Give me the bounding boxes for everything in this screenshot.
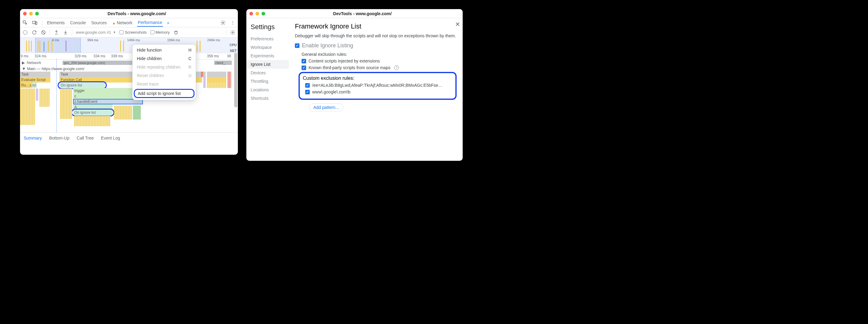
svg-rect-0 bbox=[23, 21, 26, 23]
sidebar-item-devices[interactable]: Devices bbox=[251, 69, 289, 77]
more-tabs-icon[interactable]: » bbox=[167, 20, 169, 25]
gear-icon[interactable] bbox=[220, 20, 226, 26]
main-track-header[interactable]: ▼ Main — https://www.google.com/ bbox=[20, 66, 238, 72]
custom-rule-text: /ee=ALeJib:B8gLwd;AfeaP:TkrAjf;Afksuc:wM… bbox=[312, 83, 443, 88]
ruler-tick: 334 ms bbox=[93, 54, 105, 58]
flame-chart[interactable]: Task Evaluate Script On i…list Ru…s Task… bbox=[20, 72, 238, 132]
custom-rule-checkbox[interactable]: /ee=ALeJib:B8gLwd;AfeaP:TkrAjf;Afksuc:wM… bbox=[305, 83, 452, 88]
custom-rules-highlight: Custom exclusion rules: /ee=ALeJib:B8gLw… bbox=[299, 72, 457, 100]
help-icon[interactable]: ? bbox=[394, 65, 399, 70]
rule-content-scripts-checkbox[interactable]: Content scripts injected by extensions bbox=[302, 59, 457, 63]
sidebar-item-locations[interactable]: Locations bbox=[251, 86, 289, 94]
custom-rule-checkbox[interactable]: www\.google\.com\b bbox=[305, 90, 452, 94]
timeline-overview[interactable]: 4 ms 994 ms 1494 ms 1994 ms 2494 ms CPU … bbox=[20, 38, 238, 53]
flame-stripe[interactable] bbox=[20, 89, 35, 125]
enable-ignore-listing-checkbox[interactable]: Enable Ignore Listing bbox=[295, 42, 457, 49]
flame-bar[interactable] bbox=[207, 77, 226, 83]
tab-performance[interactable]: Performance bbox=[137, 19, 163, 27]
window-title: DevTools - www.google.com/ bbox=[39, 11, 235, 16]
ruler-tick: 36 bbox=[227, 54, 231, 58]
tab-call-tree[interactable]: Call Tree bbox=[77, 136, 94, 140]
flame-stripe[interactable] bbox=[114, 105, 132, 120]
upload-icon[interactable] bbox=[54, 30, 59, 35]
minimize-window-button[interactable] bbox=[255, 12, 259, 15]
flame-bar[interactable] bbox=[227, 72, 231, 88]
close-icon[interactable]: ✕ bbox=[454, 20, 461, 29]
flame-bar[interactable] bbox=[203, 77, 206, 88]
page-description: Debugger will skip through the scripts a… bbox=[295, 33, 457, 38]
overview-tick: 994 ms bbox=[87, 38, 98, 42]
tab-console[interactable]: Console bbox=[69, 19, 86, 26]
sidebar-item-preferences[interactable]: Preferences bbox=[251, 35, 289, 43]
custom-rule-text: www\.google\.com\b bbox=[312, 90, 350, 94]
maximize-window-button[interactable] bbox=[261, 12, 265, 15]
screenshots-checkbox[interactable]: Screenshots bbox=[120, 30, 147, 35]
close-window-button[interactable] bbox=[249, 12, 253, 15]
reload-button[interactable] bbox=[32, 30, 37, 35]
clear-button[interactable] bbox=[41, 30, 46, 35]
sidebar-item-ignore-list[interactable]: Ignore List bbox=[246, 60, 289, 69]
maximize-window-button[interactable] bbox=[35, 12, 39, 15]
window-titlebar: DevTools - www.google.com/ bbox=[246, 9, 463, 18]
cm-hide-children[interactable]: Hide childrenC bbox=[132, 54, 196, 63]
flame-bar[interactable] bbox=[36, 89, 38, 101]
gc-icon[interactable] bbox=[173, 30, 179, 35]
cm-reset-children: Reset childrenU bbox=[132, 71, 196, 80]
flame-a[interactable]: A bbox=[73, 104, 113, 110]
sidebar-item-throttling[interactable]: Throttling bbox=[251, 77, 289, 86]
page-title: Framework Ignore List bbox=[295, 23, 457, 30]
tab-bottom-up[interactable]: Bottom-Up bbox=[49, 136, 69, 140]
checkbox-checked-icon bbox=[302, 59, 306, 63]
memory-checkbox[interactable]: Memory bbox=[151, 30, 170, 35]
flame-evaluate-script[interactable]: Evaluate Script bbox=[20, 77, 50, 83]
checkbox-checked-icon bbox=[305, 90, 310, 94]
flame-ignorelist[interactable]: On ignore list bbox=[59, 83, 105, 88]
custom-rules-label: Custom exclusion rules: bbox=[303, 75, 452, 81]
cm-hide-repeating: Hide repeating childrenR bbox=[132, 63, 196, 71]
flame-stripe[interactable] bbox=[60, 89, 72, 119]
flame-stripe[interactable] bbox=[74, 116, 111, 126]
close-window-button[interactable] bbox=[23, 12, 27, 15]
svg-point-5 bbox=[232, 32, 234, 33]
flame-red[interactable] bbox=[201, 72, 203, 77]
flame-handle-event[interactable]: z.handleEvent bbox=[73, 99, 143, 104]
device-toggle-icon[interactable] bbox=[32, 20, 38, 26]
flame-bar[interactable] bbox=[207, 83, 226, 88]
download-icon[interactable] bbox=[63, 30, 68, 35]
flame-ignorelist[interactable]: On ignore list bbox=[73, 110, 113, 115]
time-ruler: 9 ms 324 ms 329 ms 334 ms 339 ms 359 ms … bbox=[20, 53, 238, 60]
sidebar-item-experiments[interactable]: Experiments bbox=[251, 52, 289, 60]
flame-bar[interactable]: Ru…s bbox=[20, 83, 32, 88]
sidebar-item-shortcuts[interactable]: Shortcuts bbox=[251, 94, 289, 102]
cm-hide-function[interactable]: Hide functionH bbox=[132, 46, 196, 54]
cm-reset-trace: Reset trace bbox=[132, 80, 196, 88]
flame-bar[interactable] bbox=[207, 72, 226, 77]
flame-bar[interactable] bbox=[203, 72, 206, 77]
flame-bar[interactable] bbox=[133, 105, 141, 120]
main-thread-label: Main — https://www.google.com/ bbox=[27, 66, 84, 71]
record-button[interactable] bbox=[23, 30, 28, 35]
minimize-window-button[interactable] bbox=[29, 12, 33, 15]
perf-toolbar: www.google.com #1 ▼ Screenshots Memory bbox=[20, 27, 238, 38]
tab-network[interactable]: Network bbox=[112, 19, 133, 26]
sidebar-item-workspace[interactable]: Workspace bbox=[251, 43, 289, 52]
overview-tick: 1994 ms bbox=[167, 38, 180, 42]
rule-thirdparty-checkbox[interactable]: Known third-party scripts from source ma… bbox=[302, 65, 457, 70]
tab-elements[interactable]: Elements bbox=[46, 19, 65, 26]
flame-stripe[interactable] bbox=[39, 89, 50, 107]
network-segment[interactable]: client_ bbox=[214, 61, 232, 65]
gear-icon[interactable] bbox=[230, 30, 236, 35]
flame-task[interactable]: Task bbox=[20, 72, 50, 77]
page-select[interactable]: www.google.com #1 ▼ bbox=[76, 30, 116, 35]
tab-summary[interactable]: Summary bbox=[24, 136, 42, 140]
ruler-tick: 329 ms bbox=[74, 54, 87, 58]
tab-sources[interactable]: Sources bbox=[91, 19, 107, 26]
tab-event-log[interactable]: Event Log bbox=[101, 136, 120, 140]
cpu-label: CPU bbox=[230, 43, 237, 47]
kebab-icon[interactable]: ⋮ bbox=[230, 20, 236, 26]
inspect-icon[interactable] bbox=[23, 20, 28, 26]
add-pattern-button[interactable]: Add pattern... bbox=[309, 103, 343, 111]
overview-tick: 4 ms bbox=[52, 38, 59, 42]
cm-add-to-ignore-list[interactable]: Add script to ignore list bbox=[134, 89, 194, 98]
network-segment[interactable]: gen_204 (www.google.com) bbox=[62, 61, 132, 65]
